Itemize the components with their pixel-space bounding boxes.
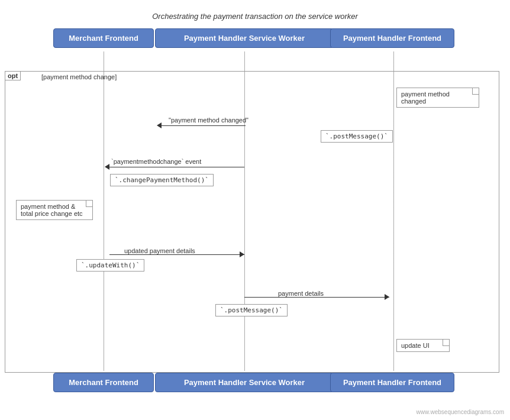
- note-payment-method-changed: payment method changed: [396, 88, 479, 108]
- actor-service-worker-bottom: Payment Handler Service Worker: [155, 373, 334, 392]
- arrow-updated-payment-details: [109, 254, 244, 255]
- actor-payment-frontend-top: Payment Handler Frontend: [330, 28, 454, 48]
- arrow-label-payment-method-changed: "payment method changed": [169, 117, 248, 124]
- arrow-payment-method-changed: [162, 125, 246, 126]
- arrow-label-payment-details: payment details: [278, 290, 324, 297]
- actor-merchant-bottom: Merchant Frontend: [53, 373, 154, 392]
- watermark: www.websequencediagrams.com: [417, 409, 504, 415]
- note-update-ui: update UI: [396, 339, 450, 352]
- arrowhead-payment-details: [385, 294, 389, 300]
- diagram-title: Orchestrating the payment transaction on…: [0, 6, 510, 21]
- arrow-label-paymentmethodchange: `paymentmethodchange` event: [111, 158, 201, 165]
- actor-merchant-top: Merchant Frontend: [53, 28, 154, 48]
- method-updatewith: `.updateWith()`: [76, 259, 144, 272]
- opt-guard: [payment method change]: [41, 73, 117, 80]
- arrow-label-updated-payment-details: updated payment details: [124, 247, 195, 254]
- method-changepaymentmethod: `.changePaymentMethod()`: [110, 174, 214, 186]
- arrow-payment-details: [244, 297, 389, 298]
- opt-frame: [5, 71, 499, 373]
- method-postmessage-1: `.postMessage()`: [321, 130, 393, 143]
- actor-service-worker-top: Payment Handler Service Worker: [155, 28, 334, 48]
- diagram-container: Orchestrating the payment transaction on…: [0, 0, 510, 420]
- opt-label: opt: [5, 71, 21, 80]
- arrowhead-paymentmethodchange: [105, 164, 109, 170]
- arrow-paymentmethodchange: [109, 167, 244, 167]
- actor-payment-frontend-bottom: Payment Handler Frontend: [330, 373, 454, 392]
- arrowhead-updated-payment-details: [240, 251, 244, 257]
- method-postmessage-2: `.postMessage()`: [215, 304, 288, 316]
- arrowhead-payment-method-changed: [157, 122, 162, 128]
- note-payment-method-total: payment method & total price change etc: [16, 200, 93, 220]
